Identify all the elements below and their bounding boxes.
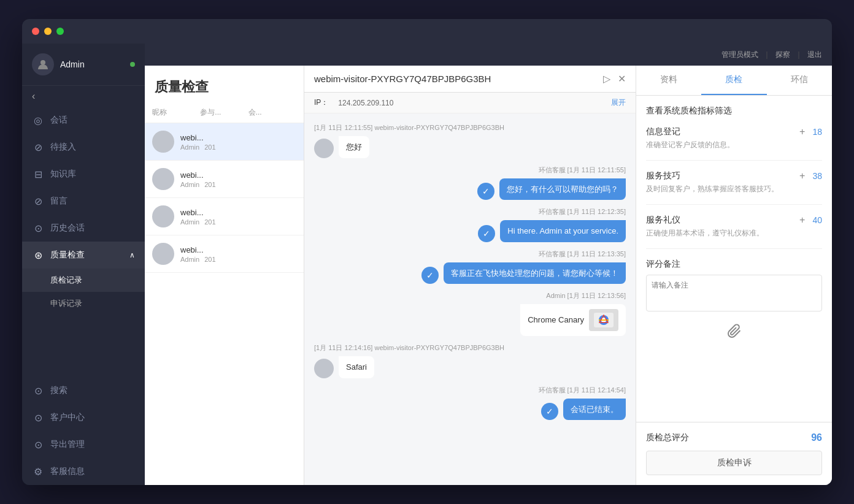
add-icon-1[interactable]: + [799,126,805,137]
app-body: Admin ‹ ◎ 会话 ⊘ 待接入 ⊟ 知识库 ⊘ 留言 ⊙ 历史 [22,44,832,485]
quality-item-desc-2: 及时回复客户，熟练掌握应答客服技巧。 [646,184,822,194]
list-item-meta-2: Admin 201 [180,181,296,188]
list-header-agent: 参与... [200,107,248,118]
msg-bubble-5: Chrome Canary [520,304,626,336]
list-item-name-2: webi... [180,170,296,180]
msg-timestamp-1: [1月 11日 12:11:55] webim-visitor-PXYRGY7Q… [314,123,626,132]
close-button[interactable] [32,28,39,35]
quality-total-label: 质检总评分 [646,432,689,443]
quality-list-panel: 质量检查 昵称 参与... 会... webi... Admin 201 [145,66,304,485]
pending-icon: ⊘ [32,141,44,153]
quality-item-1: 信息登记 + 18 准确登记客户反馈的信息。 [646,126,822,161]
message-5: Admin [1月 11日 12:13:56] Chrome Canary [314,291,626,336]
list-item-info-4: webi... Admin 201 [180,245,296,263]
quality-item-actions-2: + 38 [799,170,822,181]
flag-icon[interactable]: ▷ [603,73,610,85]
message-7: 环信客服 [1月 11日 12:14:54] 会话已结束。 ✓ [314,386,626,421]
sidebar-subitem-complaint-records[interactable]: 申诉记录 [22,292,145,315]
msg-check-icon-2: ✓ [477,183,494,200]
avatar [32,53,54,75]
chat-header-actions: ▷ ✕ [603,73,626,85]
main-content: 管理员模式 ｜ 探察 ｜ 退出 质量检查 昵称 参与... 会... [145,44,832,485]
sidebar-item-label-export: 导出管理 [50,439,85,450]
separator-1: ｜ [763,50,771,60]
staff-icon: ⚙ [32,465,44,478]
search-icon: ⊙ [32,384,44,397]
msg-bubble-1: 您好 [339,136,369,158]
list-header-name: 昵称 [152,107,200,118]
msg-bubble-row-5: Chrome Canary [314,304,626,336]
list-item-info-1: webi... Admin 201 [180,133,296,151]
admin-name-label: Admin [60,59,124,69]
quality-item-2: 服务技巧 + 38 及时回复客户，熟练掌握应答客服技巧。 [646,170,822,205]
tab-profile[interactable]: 资料 [636,66,701,95]
sidebar-item-knowledge[interactable]: ⊟ 知识库 [22,161,145,188]
quality-item-desc-1: 准确登记客户反馈的信息。 [646,140,822,150]
quality-total-score: 96 [811,432,822,443]
expand-link[interactable]: 展开 [611,97,626,108]
visitor-avatar-1 [314,139,334,158]
minimize-button[interactable] [44,28,52,35]
complaint-button[interactable]: 质检申诉 [646,451,822,475]
list-item-1[interactable]: webi... Admin 201 [145,123,304,161]
list-item-2[interactable]: webi... Admin 201 [145,161,304,198]
app-window: Admin ‹ ◎ 会话 ⊘ 待接入 ⊟ 知识库 ⊘ 留言 ⊙ 历史 [22,19,832,485]
list-item-agent-3: Admin [180,218,199,226]
add-icon-3[interactable]: + [799,215,805,226]
visitor-avatar-2 [314,359,334,378]
list-item-4[interactable]: webi... Admin 201 [145,235,304,273]
list-item-meta-4: Admin 201 [180,256,296,263]
msg-timestamp-5: Admin [1月 11日 12:13:56] [314,291,626,300]
sidebar-item-history[interactable]: ⊙ 历史会话 [22,215,145,242]
list-item-avatar-3 [152,205,174,227]
msg-check-icon-4: ✓ [421,267,439,284]
quality-item-header-1: 信息登记 + 18 [646,126,822,137]
tab-quality-label: 质检 [725,74,742,84]
back-button[interactable]: ‹ [22,86,145,107]
sidebar: Admin ‹ ◎ 会话 ⊘ 待接入 ⊟ 知识库 ⊘ 留言 ⊙ 历史 [22,44,145,485]
top-bar: 管理员模式 ｜ 探察 ｜ 退出 [145,44,832,66]
close-chat-icon[interactable]: ✕ [618,73,626,85]
list-item-time-4: 201 [204,256,215,263]
quality-item-desc-3: 正确使用基本术语，遵守礼仪标准。 [646,228,822,239]
sidebar-item-pending[interactable]: ⊘ 待接入 [22,134,145,161]
msg-check-icon-3: ✓ [478,225,495,242]
msg-bubble-4: 客服正在飞快地处理您的问题，请您耐心等候！ [444,262,626,284]
add-icon-2[interactable]: + [799,170,805,181]
msg-bubble-3: Hi there. Admin at your service. [500,220,626,242]
sidebar-item-quality[interactable]: ⊛ 质量检查 ∧ [22,242,145,269]
tab-quality[interactable]: 质检 [701,66,766,95]
sidebar-item-label-quality: 质量检查 [50,250,85,261]
quality-icon: ⊛ [32,249,44,261]
sidebar-item-customer[interactable]: ⊙ 客户中心 [22,404,145,431]
msg-bubble-row-7: 会话已结束。 ✓ [314,399,626,421]
online-status-dot [130,62,135,67]
list-item-agent-1: Admin [180,143,199,151]
sidebar-item-note[interactable]: ⊘ 留言 [22,188,145,215]
remark-input[interactable] [646,275,822,311]
tab-huanxin[interactable]: 环信 [767,66,832,95]
maximize-button[interactable] [56,28,64,35]
separator-2: ｜ [795,50,802,60]
customer-icon: ⊙ [32,411,44,424]
list-item-info-3: webi... Admin 201 [180,208,296,226]
quality-item-header-2: 服务技巧 + 38 [646,170,822,181]
msg-bubble-6: Safari [339,356,374,378]
attach-icon-area[interactable] [646,314,822,348]
sidebar-item-chat[interactable]: ◎ 会话 [22,107,145,134]
quality-footer: 质检总评分 96 质检申诉 [636,422,832,485]
list-item-agent-4: Admin [180,256,199,263]
msg-bubble-row-1: 您好 [314,136,626,158]
sidebar-item-export[interactable]: ⊙ 导出管理 [22,431,145,458]
list-item-time-1: 201 [204,143,215,151]
logout-link[interactable]: 退出 [807,50,822,60]
msg-bubble-row-2: 您好，有什么可以帮助您的吗？ ✓ [314,178,626,200]
sidebar-item-label-knowledge: 知识库 [50,169,76,180]
sidebar-subitem-quality-records[interactable]: 质检记录 [22,269,145,292]
explore-link[interactable]: 探察 [775,50,790,60]
quality-item-title-1: 信息登记 [646,126,680,137]
sidebar-item-staff[interactable]: ⚙ 客服信息 [22,458,145,485]
list-item-3[interactable]: webi... Admin 201 [145,198,304,235]
sidebar-item-search[interactable]: ⊙ 搜索 [22,377,145,404]
sidebar-item-label-search: 搜索 [50,385,67,396]
